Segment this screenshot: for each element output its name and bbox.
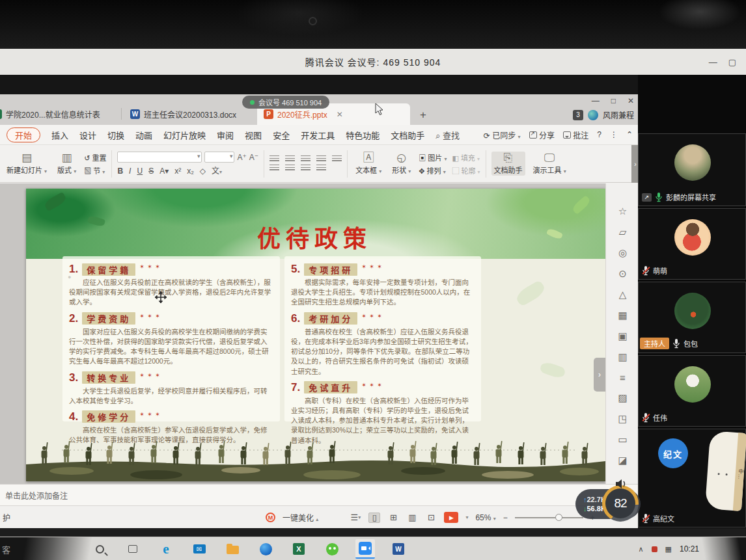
help-button[interactable]: ?: [597, 130, 601, 139]
banner-restore-icon[interactable]: ▢: [728, 57, 737, 67]
font-size-select[interactable]: [204, 152, 234, 163]
decrease-font-icon[interactable]: A⁻: [249, 153, 258, 162]
ribbon-tab-developer[interactable]: 开发工具: [301, 129, 335, 141]
beautify-button[interactable]: 一键美化 ▴: [283, 512, 318, 523]
banner-minimize-icon[interactable]: —: [709, 57, 718, 67]
font-family-select[interactable]: [117, 152, 202, 163]
ribbon-tab-animation[interactable]: 动画: [135, 129, 152, 141]
tencent-meeting-button[interactable]: [355, 539, 375, 559]
superscript-button[interactable]: x²: [174, 167, 181, 176]
clear-format-icon[interactable]: ◇: [200, 167, 206, 176]
combine-shapes-icon[interactable]: ◎: [618, 247, 627, 259]
tray-expand-icon[interactable]: ∧: [639, 545, 644, 553]
mail-app-button[interactable]: ✉: [189, 539, 209, 559]
ribbon-tab-doc-assistant[interactable]: 文档助手: [391, 129, 424, 141]
clock[interactable]: 10:21: [680, 544, 699, 553]
window-maximize-icon[interactable]: □: [611, 96, 616, 105]
browser-app-button[interactable]: [256, 539, 275, 559]
tab-spreadsheet[interactable]: S 学院2020...就业信息统计表: [0, 103, 119, 125]
ribbon-tab-insert[interactable]: 插入: [51, 129, 68, 141]
reset-button[interactable]: ↺ 重置: [84, 152, 106, 163]
ribbon-tab-home[interactable]: 开始: [7, 127, 40, 142]
grid-layout-icon[interactable]: ▣: [618, 330, 627, 342]
zoom-slider[interactable]: [515, 517, 583, 518]
comment-button[interactable]: 批注: [563, 129, 588, 140]
section-button[interactable]: ▧ 节 ▾: [84, 165, 106, 176]
shapes-button[interactable]: ◵ 形状 ▾: [389, 152, 413, 176]
tray-network-icon[interactable]: ▦: [665, 545, 672, 553]
pyramid-icon[interactable]: △: [619, 289, 627, 300]
zoom-out-button[interactable]: −: [503, 513, 508, 522]
participant-tile[interactable]: 任伟: [638, 355, 746, 427]
collapse-ribbon-icon[interactable]: ⌃: [626, 130, 633, 139]
excel-button[interactable]: X: [289, 539, 309, 559]
notes-pane[interactable]: 单击此处添加备注: [0, 484, 639, 505]
tray-app-icon[interactable]: [652, 546, 657, 552]
ribbon-tab-view[interactable]: 视图: [245, 129, 262, 141]
slide-canvas[interactable]: 优待政策 ● 1. 保留学籍 应征入伍服义务兵役前正在高校就读的学生（含高校新生…: [26, 189, 605, 481]
align-left-icon[interactable]: [269, 165, 279, 172]
monitor-icon[interactable]: ▭: [618, 434, 627, 446]
participant-tile[interactable]: 主持人 包包: [638, 282, 746, 353]
ribbon-tab-special[interactable]: 特色功能: [346, 129, 380, 141]
doc-assistant-button[interactable]: ⎘ 文档助手: [491, 152, 525, 176]
underline-button[interactable]: U: [137, 167, 143, 176]
ribbon-tab-slideshow[interactable]: 幻灯片放映: [163, 129, 206, 141]
participant-tile[interactable]: 萌萌: [638, 208, 746, 280]
slide-sorter-icon[interactable]: ⊞: [387, 513, 399, 523]
textbox-button[interactable]: 🄰 文本框 ▾: [353, 152, 384, 176]
tab-count-badge[interactable]: 3: [573, 110, 583, 120]
new-slide-button[interactable]: ▤ 新建幻灯片 ▾: [4, 152, 49, 176]
justify-icon[interactable]: [316, 165, 326, 172]
settings-sliders-icon[interactable]: ≡: [620, 372, 626, 383]
wechat-button[interactable]: [322, 539, 342, 559]
numbered-list-icon[interactable]: [285, 155, 295, 163]
participant-tile[interactable]: ↗ 彭麟的屏幕共享: [638, 133, 746, 206]
slideshow-view-icon[interactable]: ⊡: [425, 513, 437, 523]
layout-button[interactable]: ▥ 版式 ▾: [55, 152, 79, 176]
subscript-button[interactable]: x₂: [187, 167, 194, 176]
table-icon[interactable]: ▦: [618, 310, 627, 321]
present-tools-button[interactable]: 🖵 演示工具 ▾: [531, 152, 569, 176]
ribbon-tab-review[interactable]: 审阅: [217, 129, 234, 141]
reading-view-icon[interactable]: ▥: [406, 513, 418, 523]
record-icon[interactable]: ⊙: [618, 268, 627, 280]
chart-icon[interactable]: ▥: [618, 351, 627, 363]
sync-status[interactable]: ⟳ 已同步 ▾: [484, 129, 521, 140]
ribbon-tab-security[interactable]: 安全: [273, 129, 290, 141]
window-close-icon[interactable]: ✕: [628, 96, 634, 105]
strikethrough-button[interactable]: S: [148, 167, 154, 176]
increase-font-icon[interactable]: A⁺: [237, 153, 246, 162]
speaker-icon[interactable]: [615, 479, 628, 489]
tab-word-doc[interactable]: W 班主任会议20200313.docx: [124, 103, 254, 125]
ribbon-tab-design[interactable]: 设计: [79, 129, 96, 141]
picture-frame-icon[interactable]: ◪: [618, 455, 627, 466]
account-name[interactable]: 风雨兼程: [603, 109, 634, 120]
italic-button[interactable]: I: [129, 167, 131, 176]
performance-gauge[interactable]: 82: [602, 485, 639, 522]
share-button[interactable]: 分享: [529, 129, 555, 140]
font-color-button[interactable]: A▾: [159, 167, 169, 176]
participant-tile[interactable]: 纪文 中… 高纪文: [638, 429, 746, 527]
play-slideshow-button[interactable]: ▶: [444, 512, 458, 523]
window-minimize-icon[interactable]: —: [592, 96, 600, 105]
more-menu-icon[interactable]: ⋮: [610, 130, 618, 139]
ribbon-tab-transition[interactable]: 切换: [107, 129, 124, 141]
word-button[interactable]: W: [389, 539, 408, 559]
indent-increase-icon[interactable]: [316, 155, 326, 163]
task-view-button[interactable]: [123, 539, 143, 559]
arrange-button[interactable]: ✥ 排列 ▾: [419, 165, 447, 176]
image-gallery-icon[interactable]: ▨: [618, 392, 627, 404]
taskbar-search-button[interactable]: [90, 539, 109, 559]
zoom-level[interactable]: 65% ▾: [475, 513, 495, 522]
account-globe-icon[interactable]: [588, 110, 598, 120]
export-icon[interactable]: ◳: [618, 413, 627, 425]
bullet-list-icon[interactable]: [269, 155, 279, 163]
collapse-panel-handle[interactable]: ›: [594, 358, 605, 392]
indent-decrease-icon[interactable]: [301, 155, 311, 163]
align-right-icon[interactable]: [301, 165, 311, 172]
tab-close-icon[interactable]: ✕: [337, 110, 343, 119]
align-center-icon[interactable]: [285, 165, 295, 172]
favorites-star-icon[interactable]: ☆: [618, 206, 627, 217]
outline-panel-icon[interactable]: ☰▾: [350, 513, 361, 523]
